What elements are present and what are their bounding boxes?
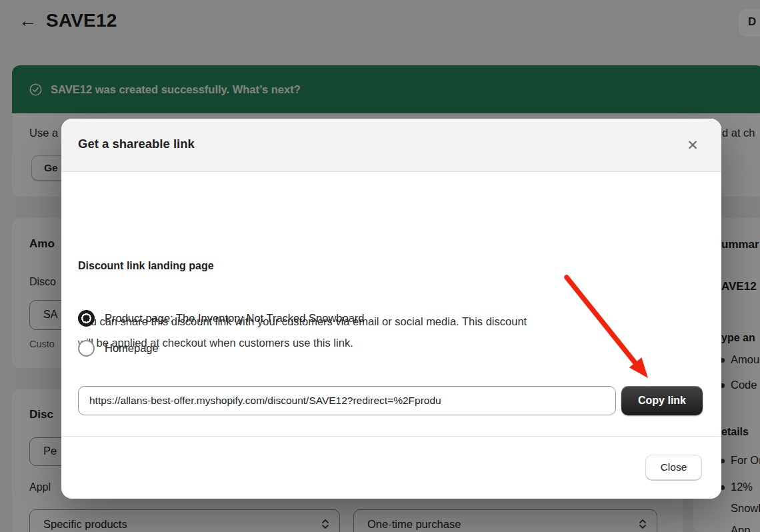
radio-unselected-icon[interactable] xyxy=(78,340,95,357)
landing-page-heading: Discount link landing page xyxy=(78,260,214,272)
radio-product-page[interactable]: Product page: The Inventory Not Tracked … xyxy=(78,309,365,327)
radio-homepage[interactable]: Homepage xyxy=(78,339,159,357)
radio-selected-icon[interactable] xyxy=(78,310,95,327)
page-root: ← SAVE12 D SAVE12 was created successful… xyxy=(0,0,760,532)
modal-footer-divider xyxy=(61,436,721,437)
close-icon[interactable]: ✕ xyxy=(683,135,703,155)
modal-title: Get a shareable link xyxy=(78,137,195,151)
share-link-input[interactable] xyxy=(78,386,616,415)
modal-description-line: will be applied at checkout when custome… xyxy=(78,332,698,353)
shareable-link-modal: Get a shareable link ✕ You can share thi… xyxy=(61,119,721,499)
close-button[interactable]: Close xyxy=(645,455,702,480)
radio-product-page-label[interactable]: Product page: The Inventory Not Tracked … xyxy=(105,312,365,325)
copy-link-button[interactable]: Copy link xyxy=(621,386,703,415)
radio-homepage-label[interactable]: Homepage xyxy=(105,342,159,355)
